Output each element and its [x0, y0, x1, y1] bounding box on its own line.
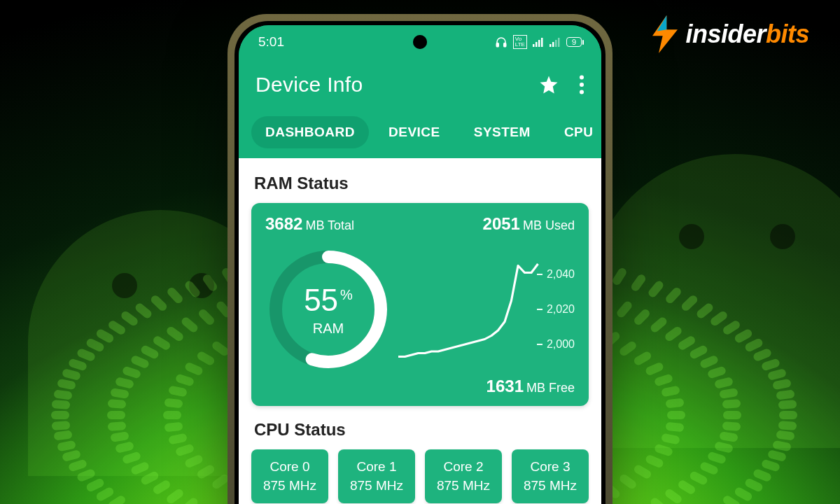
svg-rect-5	[536, 42, 538, 47]
svg-rect-4	[533, 44, 535, 47]
svg-point-13	[580, 83, 584, 87]
camera-cutout	[413, 35, 427, 49]
svg-point-14	[580, 90, 584, 94]
app-bar: Device Info	[239, 59, 601, 111]
ram-used: 2051MB Used	[483, 214, 575, 234]
tab-system[interactable]: SYSTEM	[460, 116, 545, 148]
volte-icon: VoLTE	[513, 35, 527, 49]
brand-text-1: insider	[685, 20, 766, 49]
svg-rect-3	[504, 43, 506, 47]
svg-rect-7	[541, 38, 543, 47]
ram-section-title: RAM Status	[254, 174, 586, 193]
bolt-icon	[649, 15, 681, 53]
svg-rect-8	[550, 44, 552, 47]
headphones-icon	[495, 36, 507, 48]
tab-bar: DASHBOARDDEVICESYSTEMCPUB	[239, 111, 601, 158]
ram-status-card: 3682MB Total 2051MB Used 55%	[251, 203, 589, 406]
ram-gauge: 55% RAM	[265, 246, 391, 372]
cpu-core-3[interactable]: Core 3875 MHz	[512, 449, 589, 503]
svg-point-12	[580, 75, 584, 79]
overflow-menu-button[interactable]	[579, 75, 584, 94]
cpu-cores-grid: Core 0875 MHzCore 1875 MHzCore 2875 MHzC…	[251, 449, 589, 504]
cpu-section-title: CPU Status	[254, 420, 586, 440]
ram-free: 1631MB Free	[486, 377, 575, 396]
ram-gauge-caption: RAM	[313, 321, 344, 337]
favorite-button[interactable]	[538, 74, 559, 95]
ram-percent-value: 55	[304, 283, 338, 318]
ram-sparkline-chart: 2,040 2,020 2,000	[398, 257, 575, 362]
signal-1-icon	[533, 37, 544, 47]
content-area: RAM Status 3682MB Total 2051MB Used	[239, 158, 601, 504]
cpu-core-1[interactable]: Core 1875 MHz	[338, 449, 415, 503]
signal-2-icon	[550, 37, 561, 47]
tab-dashboard[interactable]: DASHBOARD	[251, 116, 369, 148]
svg-rect-6	[538, 40, 540, 47]
phone-frame: 5:01 VoLTE 9	[227, 14, 612, 504]
svg-rect-9	[552, 42, 554, 47]
cpu-core-0[interactable]: Core 0875 MHz	[251, 449, 328, 503]
percent-symbol: %	[340, 287, 353, 303]
brand-logo: insiderbits	[649, 15, 809, 53]
svg-rect-11	[558, 38, 560, 47]
star-icon	[538, 74, 559, 95]
cpu-core-2[interactable]: Core 2875 MHz	[425, 449, 502, 503]
tab-cpu[interactable]: CPU	[550, 116, 601, 148]
tab-device[interactable]: DEVICE	[374, 116, 454, 148]
page-title: Device Info	[255, 73, 363, 97]
brand-text-2: bits	[766, 20, 809, 49]
svg-rect-2	[496, 43, 498, 47]
sparkline-y-ticks: 2,040 2,020 2,000	[537, 257, 575, 362]
kebab-icon	[579, 75, 584, 94]
svg-rect-10	[555, 40, 557, 47]
clock: 5:01	[258, 34, 284, 50]
ram-total: 3682MB Total	[265, 214, 354, 234]
battery-icon: 9	[566, 37, 582, 47]
